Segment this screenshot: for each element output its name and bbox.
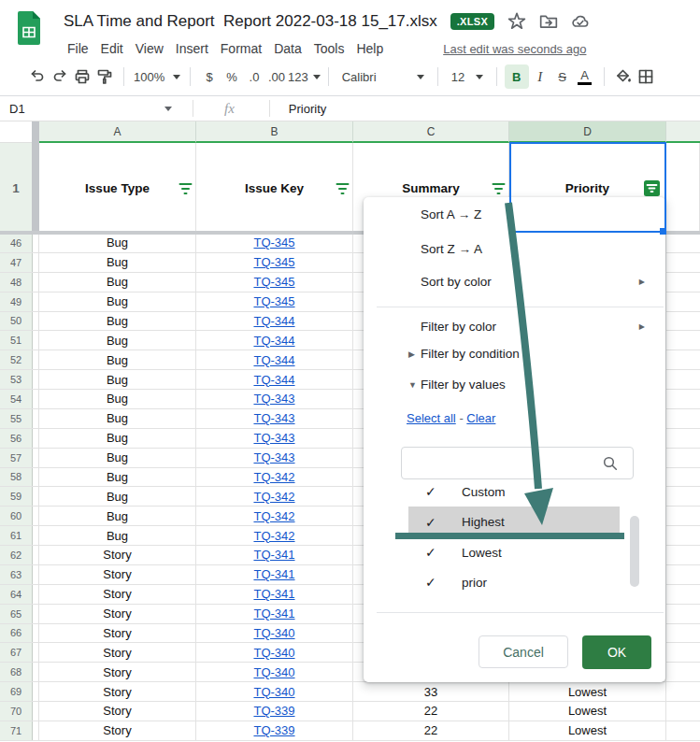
- issue-key-link[interactable]: TQ-341: [253, 606, 294, 621]
- cell-issue-type[interactable]: Story: [39, 663, 196, 681]
- bold-button[interactable]: B: [505, 64, 529, 89]
- cell-issue-type[interactable]: Bug: [39, 350, 196, 369]
- scrollbar-thumb[interactable]: [630, 516, 639, 587]
- cell-issue-type[interactable]: Bug: [39, 507, 196, 525]
- cell-issue-key[interactable]: TQ-341: [196, 585, 353, 604]
- row-number[interactable]: 61: [0, 526, 33, 545]
- cell-issue-key[interactable]: TQ-344: [196, 370, 353, 389]
- cell-issue-key[interactable]: TQ-344: [196, 312, 353, 331]
- cell-issue-type[interactable]: Bug: [39, 273, 196, 292]
- cell-issue-key[interactable]: TQ-343: [196, 409, 353, 428]
- cell-empty[interactable]: [666, 585, 700, 604]
- cell-issue-type[interactable]: Story: [39, 643, 196, 662]
- menu-tools[interactable]: Tools: [310, 40, 349, 57]
- cell-empty[interactable]: [666, 526, 700, 545]
- column-header-d[interactable]: D: [509, 121, 666, 143]
- menu-format[interactable]: Format: [217, 40, 265, 57]
- star-icon[interactable]: [507, 12, 526, 31]
- cell-issue-key[interactable]: TQ-344: [196, 350, 353, 369]
- cell-issue-key[interactable]: TQ-343: [196, 429, 353, 448]
- filter-funnel-icon[interactable]: [179, 182, 193, 195]
- menu-insert[interactable]: Insert: [172, 40, 212, 57]
- issue-key-link[interactable]: TQ-339: [253, 723, 294, 737]
- filter-funnel-icon[interactable]: [336, 182, 350, 195]
- filter-search-input[interactable]: [401, 447, 634, 479]
- menu-item-sort-za[interactable]: Sort Z → A: [421, 235, 654, 264]
- cell-empty[interactable]: [666, 663, 700, 681]
- cell-issue-key[interactable]: TQ-341: [196, 565, 353, 584]
- cell-issue-type[interactable]: Bug: [39, 293, 196, 311]
- column-header-c[interactable]: C: [353, 121, 509, 143]
- issue-key-link[interactable]: TQ-345: [253, 294, 294, 308]
- issue-key-link[interactable]: TQ-342: [253, 490, 294, 504]
- row-number[interactable]: 57: [0, 449, 33, 467]
- row-number[interactable]: 52: [0, 350, 33, 369]
- cell-issue-type[interactable]: Story: [39, 565, 196, 584]
- issue-key-link[interactable]: TQ-343: [253, 431, 294, 445]
- cell-issue-type[interactable]: Story: [39, 546, 196, 564]
- menu-item-sort-by-color[interactable]: Sort by color ▶: [421, 267, 654, 297]
- cell-issue-type[interactable]: Bug: [39, 487, 196, 506]
- cell-issue-key[interactable]: TQ-340: [196, 624, 353, 643]
- cloud-saved-icon[interactable]: [571, 12, 590, 31]
- formula-input[interactable]: Priority: [289, 102, 326, 116]
- cell-empty[interactable]: [666, 449, 700, 467]
- issue-key-link[interactable]: TQ-342: [253, 509, 294, 523]
- header-cell-issue-type[interactable]: Issue Type: [39, 143, 196, 234]
- issue-key-link[interactable]: TQ-341: [253, 567, 294, 581]
- move-folder-icon[interactable]: [539, 12, 558, 31]
- column-header-b[interactable]: B: [196, 121, 353, 143]
- cell-empty[interactable]: [666, 390, 700, 408]
- text-color-button[interactable]: A: [574, 64, 596, 89]
- issue-key-link[interactable]: TQ-342: [253, 470, 294, 484]
- menu-file[interactable]: File: [64, 40, 93, 57]
- row-number[interactable]: 48: [0, 273, 33, 292]
- cell-empty[interactable]: [666, 624, 700, 643]
- undo-button[interactable]: [26, 64, 49, 89]
- cell-issue-type[interactable]: Story: [39, 585, 196, 604]
- cell-empty[interactable]: [666, 409, 700, 428]
- row-number[interactable]: 62: [0, 546, 33, 564]
- zoom-select[interactable]: 100%: [132, 64, 182, 89]
- cell-issue-key[interactable]: TQ-339: [196, 702, 353, 721]
- filter-funnel-icon[interactable]: [492, 182, 506, 195]
- sheets-logo-icon[interactable]: [16, 11, 42, 50]
- row-number[interactable]: 66: [0, 624, 33, 643]
- cell-empty[interactable]: [666, 507, 700, 525]
- issue-key-link[interactable]: TQ-343: [253, 392, 294, 406]
- cell-empty[interactable]: [666, 370, 700, 389]
- clear-link[interactable]: Clear: [466, 411, 495, 425]
- strikethrough-button[interactable]: S: [551, 64, 574, 89]
- cell-empty[interactable]: [666, 546, 700, 564]
- cell-issue-type[interactable]: Story: [39, 624, 196, 643]
- menu-view[interactable]: View: [132, 40, 167, 57]
- cell-issue-type[interactable]: Story: [39, 721, 196, 740]
- cell-empty[interactable]: [666, 565, 700, 584]
- name-box[interactable]: D1: [0, 96, 193, 121]
- cell-empty[interactable]: [666, 468, 700, 487]
- cell-issue-key[interactable]: TQ-344: [196, 331, 353, 350]
- cell-issue-key[interactable]: TQ-342: [196, 487, 353, 506]
- cell-issue-type[interactable]: Story: [39, 605, 196, 623]
- font-size-select[interactable]: 12: [446, 64, 489, 89]
- freeze-handle-vertical[interactable]: [32, 121, 39, 235]
- italic-button[interactable]: I: [529, 64, 551, 89]
- filter-value-lowest[interactable]: ✓Lowest: [408, 537, 620, 567]
- cell-issue-type[interactable]: Bug: [39, 526, 196, 545]
- cell-issue-type[interactable]: Bug: [39, 253, 196, 272]
- cell-summary[interactable]: 22: [353, 721, 509, 740]
- paint-format-button[interactable]: [93, 64, 116, 89]
- row-number[interactable]: 49: [0, 293, 33, 311]
- issue-key-link[interactable]: TQ-344: [253, 334, 294, 348]
- decrease-decimal-button[interactable]: .0: [243, 64, 265, 89]
- issue-key-link[interactable]: TQ-342: [253, 529, 294, 543]
- menu-help[interactable]: Help: [352, 40, 387, 57]
- issue-key-link[interactable]: TQ-343: [253, 450, 294, 464]
- row-number[interactable]: 63: [0, 565, 33, 584]
- cell-empty[interactable]: [666, 234, 700, 252]
- row-number[interactable]: 67: [0, 643, 33, 662]
- cell-priority[interactable]: Lowest: [509, 682, 666, 701]
- format-percent-button[interactable]: %: [221, 64, 243, 89]
- row-number[interactable]: 54: [0, 390, 33, 408]
- cell-issue-type[interactable]: Bug: [39, 449, 196, 467]
